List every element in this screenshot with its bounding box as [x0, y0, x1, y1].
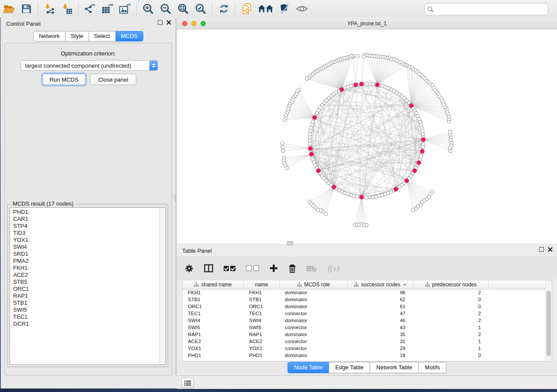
tab-mcds[interactable]: MCDS: [116, 31, 143, 41]
dominator-node[interactable]: [375, 83, 379, 87]
graph-node[interactable]: [365, 224, 368, 227]
graph-node[interactable]: [281, 145, 284, 149]
cell: dominator: [280, 318, 348, 323]
network-view-canvas[interactable]: [177, 30, 557, 244]
add-column-icon[interactable]: [270, 264, 278, 272]
refresh-icon[interactable]: [216, 2, 231, 15]
dominator-node[interactable]: [313, 116, 317, 120]
table-row[interactable]: ACE2ACE2connector311: [183, 338, 546, 345]
cell: dominator: [280, 290, 348, 295]
graph-node[interactable]: [362, 55, 365, 58]
dominator-node[interactable]: [394, 187, 398, 191]
tab-edge-table[interactable]: Edge Table: [329, 362, 370, 373]
zoom-fit-icon[interactable]: [176, 2, 190, 15]
export-image-icon[interactable]: [118, 2, 132, 15]
table-scrollbar[interactable]: [545, 280, 552, 361]
tab-network[interactable]: Network: [33, 31, 66, 41]
column-header-successor-nodes[interactable]: successor nodes: [348, 280, 413, 289]
dominator-node[interactable]: [405, 179, 408, 182]
column-header-MCDS-role[interactable]: MCDS role: [280, 280, 348, 289]
dominator-node[interactable]: [409, 103, 413, 107]
criterion-dropdown[interactable]: largest connected component (undirected): [21, 60, 158, 71]
dominator-node[interactable]: [316, 168, 320, 172]
tab-motifs[interactable]: Motifs: [419, 362, 446, 373]
column-header-predecessor-nodes[interactable]: predecessor nodes: [413, 280, 489, 289]
dominator-node[interactable]: [413, 168, 417, 172]
mcds-list-scrollbar[interactable]: [159, 208, 166, 364]
zoom-out-icon[interactable]: [158, 2, 173, 15]
dominator-node[interactable]: [421, 138, 425, 141]
graph-node[interactable]: [309, 126, 313, 130]
network-window-titlebar[interactable]: YPA_prune.txt_1: [177, 17, 557, 30]
dominator-node[interactable]: [332, 185, 336, 189]
run-mcds-button[interactable]: Run MCDS: [42, 74, 86, 85]
float-panel-icon[interactable]: [158, 20, 163, 25]
graph-node[interactable]: [352, 194, 356, 198]
table-row[interactable]: TEC1TEC1connector472: [183, 310, 546, 317]
graph-node[interactable]: [430, 190, 434, 193]
column-header-name[interactable]: name: [244, 280, 280, 289]
graph-node[interactable]: [285, 166, 289, 170]
home-icon[interactable]: [257, 2, 274, 15]
maximize-window-icon[interactable]: [201, 21, 206, 26]
task-history-button[interactable]: [181, 378, 194, 388]
zoom-in-icon[interactable]: [141, 2, 156, 15]
table-row[interactable]: STB1STB1dominator620: [183, 296, 546, 303]
dominator-node[interactable]: [417, 161, 421, 165]
import-network-icon[interactable]: [42, 2, 57, 15]
open-folder-icon[interactable]: [1, 2, 16, 15]
minimize-window-icon[interactable]: [191, 21, 197, 26]
graph-node[interactable]: [356, 54, 360, 58]
tab-style[interactable]: Style: [66, 31, 89, 41]
select-all-icon[interactable]: [224, 266, 235, 271]
tab-node-table[interactable]: Node Table: [287, 362, 329, 373]
horizontal-splitter-handle[interactable]: [287, 241, 293, 245]
delete-icon[interactable]: [288, 264, 296, 273]
hide-graphics-icon[interactable]: [277, 2, 292, 15]
table-row[interactable]: SWI4SWI4dominator462: [183, 317, 546, 324]
table-row[interactable]: RAP1RAP1dominator352: [183, 331, 546, 338]
dominator-node[interactable]: [308, 146, 312, 150]
clone-network-icon[interactable]: [239, 2, 254, 15]
import-table-icon[interactable]: [59, 2, 74, 15]
float-table-panel-icon[interactable]: [539, 247, 544, 252]
eye-icon[interactable]: [294, 2, 309, 15]
table-row[interactable]: SWI5SWI5connector431: [183, 324, 546, 331]
export-network-icon[interactable]: [83, 2, 97, 15]
save-icon[interactable]: [19, 2, 34, 15]
tab-select[interactable]: Select: [89, 31, 116, 41]
dominator-node[interactable]: [354, 83, 358, 87]
search-input[interactable]: [436, 6, 545, 13]
deselect-all-icon[interactable]: [246, 265, 259, 271]
table-row[interactable]: YOX1YOX1connector291: [183, 345, 546, 352]
split-columns-icon[interactable]: [204, 264, 213, 272]
dominator-node[interactable]: [360, 82, 363, 86]
tab-network-table[interactable]: Network Table: [370, 362, 419, 373]
graph-node[interactable]: [374, 195, 378, 198]
graph-node[interactable]: [305, 77, 308, 81]
table-row[interactable]: FKH1FKH1dominator962: [183, 289, 546, 296]
close-window-icon[interactable]: [182, 21, 187, 26]
cell: SWI4: [183, 318, 244, 323]
graph-node[interactable]: [283, 118, 286, 122]
table-row[interactable]: ORC1ORC1dominator610: [183, 303, 546, 310]
column-header-shared-name[interactable]: shared name: [183, 280, 244, 289]
graph-node[interactable]: [448, 130, 452, 134]
export-table-icon[interactable]: [100, 2, 115, 15]
gear-icon[interactable]: [185, 264, 194, 273]
graph-node[interactable]: [421, 129, 424, 133]
dominator-node[interactable]: [309, 152, 313, 156]
dominator-node[interactable]: [420, 149, 424, 153]
table-row[interactable]: PHD1PHD1dominator180: [183, 352, 546, 359]
close-table-panel-icon[interactable]: [548, 247, 553, 252]
close-panel-button[interactable]: Close panel: [90, 74, 136, 85]
graph-node[interactable]: [324, 212, 328, 216]
table-scrollbar-thumb[interactable]: [547, 291, 551, 356]
dominator-node[interactable]: [360, 195, 363, 199]
graph-node[interactable]: [280, 142, 284, 145]
zoom-selected-icon[interactable]: [193, 2, 208, 15]
graph-node[interactable]: [422, 142, 425, 145]
graph-node[interactable]: [281, 149, 285, 152]
close-panel-icon[interactable]: [166, 20, 171, 25]
dominator-node[interactable]: [339, 88, 343, 92]
